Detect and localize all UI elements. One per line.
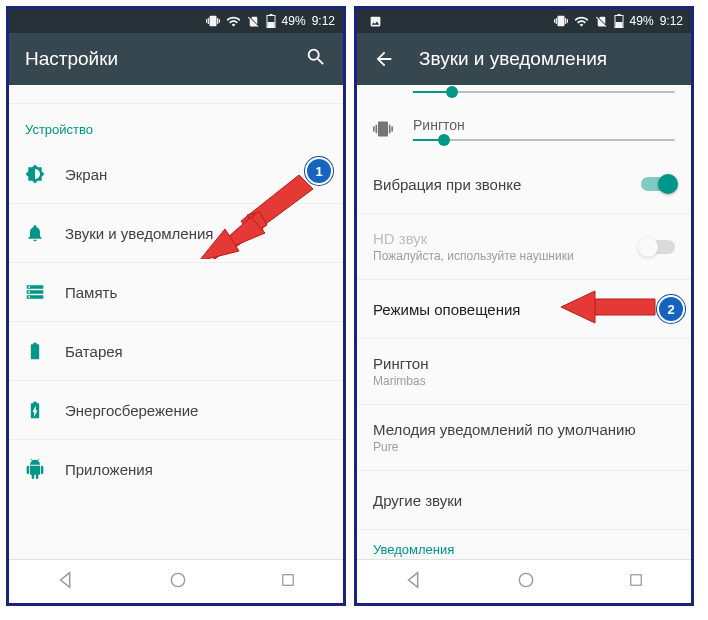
nav-recent[interactable] [627,571,645,593]
section-header-notifications: Уведомления [357,530,691,559]
wifi-icon [226,14,241,29]
annotation-badge-2: 2 [657,295,685,323]
row-label: HD звук [373,230,641,247]
nav-back[interactable] [55,569,77,595]
battery-icon [25,341,65,361]
vibrate-icon [206,14,220,28]
app-bar: Настройки [9,33,343,85]
battery-text: 49% [282,14,306,28]
phone-right: 49% 9:12 Звуки и уведомления Ринг [354,6,694,606]
row-battery-saver[interactable]: Энергосбережение [9,381,343,440]
android-icon [25,459,65,479]
nav-bar [357,559,691,604]
image-icon [369,15,382,28]
row-sublabel: Пожалуйста, используйте наушники [373,249,641,263]
clock-text: 9:12 [660,14,683,28]
ringtone-slider-label: Рингтон [413,117,675,133]
nav-home[interactable] [168,570,188,594]
row-alert-modes[interactable]: Режимы оповещения [357,280,691,339]
app-bar: Звуки и уведомления [357,33,691,85]
page-title: Звуки и уведомления [419,48,675,70]
row-default-notification[interactable]: Мелодия уведомлений по умолчанию Pure [357,405,691,471]
row-label: Энергосбережение [65,402,198,419]
vibrate-icon [554,14,568,28]
no-sim-icon [595,15,608,28]
no-sim-icon [247,15,260,28]
ringtone-volume-slider[interactable] [413,139,675,141]
nav-home[interactable] [516,570,536,594]
row-apps[interactable]: Приложения [9,440,343,498]
svg-point-14 [519,573,532,586]
row-label: Звуки и уведомления [65,225,213,242]
row-label: Вибрация при звонке [373,176,641,193]
row-sublabel: Pure [373,440,675,454]
section-header-device: Устройство [9,104,343,145]
vibrate-toggle[interactable] [641,177,675,191]
back-button[interactable] [373,48,395,70]
svg-rect-12 [615,22,622,27]
row-label: Батарея [65,343,123,360]
hd-sound-toggle [641,240,675,254]
battery-icon [266,14,276,28]
svg-point-3 [171,573,184,586]
row-battery[interactable]: Батарея [9,322,343,381]
row-sounds[interactable]: Звуки и уведомления [9,204,343,263]
bell-icon [25,223,65,243]
volume-slider-partial[interactable] [413,91,675,93]
status-bar: 49% 9:12 [357,9,691,33]
row-vibrate-on-call[interactable]: Вибрация при звонке [357,155,691,214]
row-sublabel: Marimbas [373,374,675,388]
clock-text: 9:12 [312,14,335,28]
row-ringtone[interactable]: Рингтон Marimbas [357,339,691,405]
battery-icon [614,14,624,28]
settings-list: Устройство Экран Звуки и уведомления Пам… [9,85,343,559]
battery-text: 49% [630,14,654,28]
row-label: Приложения [65,461,153,478]
vibrate-icon [373,119,413,139]
row-other-sounds[interactable]: Другие звуки [357,471,691,530]
phone-left: 49% 9:12 Настройки Устройство Экран Звук… [6,6,346,606]
annotation-badge-1: 1 [305,157,333,185]
row-label: Память [65,284,117,301]
svg-rect-4 [283,575,294,586]
wifi-icon [574,14,589,29]
svg-rect-2 [269,14,272,16]
nav-bar [9,559,343,604]
sound-settings-list: Рингтон Вибрация при звонке HD звук Пожа… [357,85,691,559]
row-label: Экран [65,166,107,183]
nav-back[interactable] [403,569,425,595]
svg-rect-13 [617,14,620,16]
row-display[interactable]: Экран [9,145,343,204]
battery-saver-icon [25,400,65,420]
page-title: Настройки [25,48,305,70]
storage-icon [25,282,65,302]
nav-recent[interactable] [279,571,297,593]
row-label: Режимы оповещения [373,301,675,318]
search-button[interactable] [305,46,327,72]
row-label: Рингтон [373,355,675,372]
row-label: Другие звуки [373,492,675,509]
row-label: Мелодия уведомлений по умолчанию [373,421,675,438]
svg-rect-1 [267,22,274,27]
status-bar: 49% 9:12 [9,9,343,33]
display-icon [25,164,65,184]
row-storage[interactable]: Память [9,263,343,322]
svg-rect-15 [631,575,642,586]
row-hd-sound: HD звук Пожалуйста, используйте наушники [357,214,691,280]
